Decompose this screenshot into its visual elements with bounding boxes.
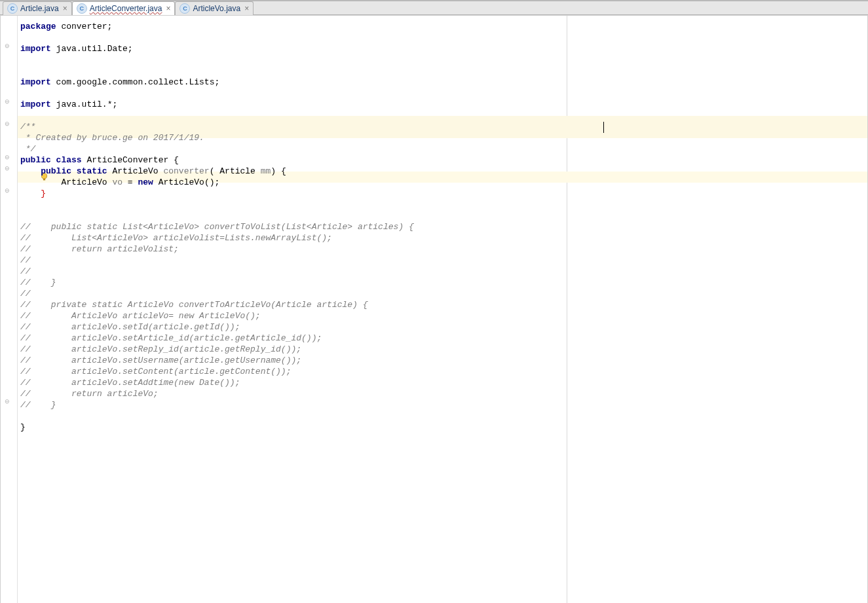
- code-line: // articleVo.setId(article.getId());: [20, 321, 867, 333]
- class-icon: C: [179, 3, 190, 14]
- tab-articleconverter[interactable]: C ArticleConverter.java ×: [72, 1, 176, 15]
- code-line: public static ArticleVo converter( Artic…: [20, 166, 867, 177]
- code-line: //: [20, 255, 867, 266]
- code-line: // articleVo.setContent(article.getConte…: [20, 366, 867, 377]
- code-line: * Created by bruce.ge on 2017/1/19.: [20, 132, 867, 143]
- code-line: // articleVo.setArticle_id(article.getAr…: [20, 333, 867, 344]
- code-line: // public static List<ArticleVo> convert…: [20, 221, 867, 232]
- code-line: // return articleVo;: [20, 388, 867, 399]
- code-line: }: [20, 422, 867, 433]
- tab-article[interactable]: C Article.java ×: [3, 1, 72, 15]
- code-line: // articleVo.setReply_id(article.getRepl…: [20, 344, 867, 355]
- fold-icon[interactable]: ⊖: [5, 154, 12, 162]
- code-line: //: [20, 266, 867, 277]
- code-line: // ArticleVo articleVo= new ArticleVo();: [20, 310, 867, 321]
- fold-icon[interactable]: ⊖: [5, 120, 12, 128]
- ide-window: C Article.java × C ArticleConverter.java…: [0, 0, 868, 603]
- fold-icon[interactable]: ⊖: [5, 398, 12, 406]
- code-line: // }: [20, 277, 867, 288]
- code-line: //: [20, 288, 867, 299]
- class-icon: C: [7, 3, 18, 14]
- tab-label: ArticleConverter.java: [90, 4, 162, 13]
- code-line: // articleVo.setAddtime(new Date());: [20, 377, 867, 388]
- code-editor[interactable]: package converter; import java.util.Date…: [18, 16, 867, 603]
- code-line: package converter;: [20, 21, 867, 32]
- close-icon[interactable]: ×: [166, 4, 170, 13]
- gutter: ⊖ ⊖ ⊖ ⊖ ⊖ ⊖ ⊖: [1, 16, 18, 603]
- code-line: import java.util.Date;: [20, 43, 867, 54]
- fold-icon[interactable]: ⊖: [5, 43, 12, 50]
- fold-icon[interactable]: ⊖: [5, 98, 12, 106]
- code-line: // private static ArticleVo convertToArt…: [20, 299, 867, 310]
- code-line: */: [20, 143, 867, 155]
- code-line: import com.google.common.collect.Lists;: [20, 77, 867, 88]
- code-line: ArticleVo vo = new ArticleVo();: [20, 177, 867, 188]
- tab-articlevo[interactable]: C ArticleVo.java ×: [175, 1, 254, 15]
- code-line: /**: [20, 121, 867, 132]
- code-line: }: [20, 188, 867, 199]
- class-icon: C: [77, 3, 87, 14]
- editor-area: ⊖ ⊖ ⊖ ⊖ ⊖ ⊖ ⊖ package converter; import …: [0, 16, 868, 603]
- tab-label: ArticleVo.java: [193, 4, 240, 13]
- close-icon[interactable]: ×: [244, 4, 249, 13]
- code-line: // articleVo.setUsername(article.getUser…: [20, 355, 867, 366]
- editor-tab-bar: C Article.java × C ArticleConverter.java…: [0, 1, 868, 15]
- code-line: // return articleVolist;: [20, 244, 867, 255]
- code-line: public class ArticleConverter {: [20, 155, 867, 166]
- code-line: // List<ArticleVo> articleVolist=Lists.n…: [20, 232, 867, 244]
- fold-icon[interactable]: ⊖: [5, 165, 12, 173]
- close-icon[interactable]: ×: [63, 4, 67, 13]
- fold-icon[interactable]: ⊖: [5, 187, 12, 195]
- code-line: // }: [20, 399, 867, 411]
- code-line: import java.util.*;: [20, 99, 867, 110]
- tab-label: Article.java: [20, 4, 59, 13]
